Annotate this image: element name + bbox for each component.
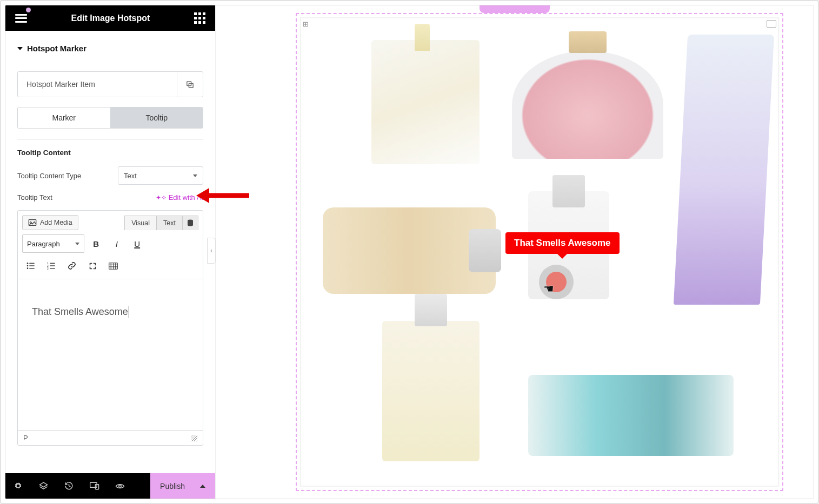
caret-down-icon xyxy=(193,174,197,177)
media-icon xyxy=(28,219,37,226)
accordion-title: Hotspot Marker xyxy=(27,44,86,53)
italic-button[interactable]: I xyxy=(108,235,125,252)
duplicate-button[interactable] xyxy=(177,71,203,97)
chevron-up-icon xyxy=(200,485,205,488)
history-icon xyxy=(64,481,74,490)
link-button[interactable] xyxy=(63,257,81,274)
select-content-type[interactable]: Text xyxy=(118,166,203,185)
responsive-button[interactable] xyxy=(82,473,107,499)
underline-button[interactable]: U xyxy=(129,235,146,252)
publish-label: Publish xyxy=(160,482,185,490)
svg-rect-7 xyxy=(29,265,34,266)
svg-rect-5 xyxy=(29,263,34,264)
select-value: Text xyxy=(124,172,137,180)
history-button[interactable] xyxy=(56,473,82,499)
section-outline: ⊞ That Smells Awesome ☚ xyxy=(296,13,783,491)
svg-rect-11 xyxy=(50,263,55,264)
caret-down-icon xyxy=(75,243,79,245)
bullet-list-button[interactable] xyxy=(22,257,39,274)
add-media-button[interactable]: Add Media xyxy=(22,215,78,230)
menu-icon[interactable] xyxy=(15,14,27,23)
editor-tab-text[interactable]: Text xyxy=(156,216,183,230)
add-media-label: Add Media xyxy=(40,219,72,226)
item-label: Hotspot Marker Item xyxy=(18,80,177,89)
copy-icon xyxy=(185,80,195,89)
fullscreen-button[interactable] xyxy=(84,257,101,274)
editor-tab-visual[interactable]: Visual xyxy=(124,216,157,230)
svg-rect-13 xyxy=(50,265,55,266)
preview-button[interactable] xyxy=(107,473,132,499)
link-icon xyxy=(68,261,76,270)
editor-text: That Smells Awesome xyxy=(32,306,128,317)
numbered-list-button[interactable]: 123 xyxy=(43,257,60,274)
panel-title: Edit Image Hotspot xyxy=(71,14,150,23)
panel-footer: Publish xyxy=(5,473,215,499)
tab-tooltip[interactable]: Tooltip xyxy=(110,107,204,129)
bullet-list-icon xyxy=(26,262,35,270)
section-tooltip-content: Tooltip Content xyxy=(17,149,203,157)
database-icon xyxy=(187,219,194,227)
hotspot-marker-item[interactable]: Hotspot Marker Item xyxy=(17,71,203,97)
numbered-list-icon: 123 xyxy=(47,262,56,270)
widget-outline: ⊞ That Smells Awesome ☚ xyxy=(300,17,779,487)
svg-point-4 xyxy=(27,263,29,264)
resize-grip[interactable] xyxy=(191,435,197,441)
marker-tooltip-tabs: Marker Tooltip xyxy=(17,107,203,129)
rich-text-editor: Add Media Visual Text Paragraph B I U xyxy=(17,210,203,446)
gear-icon xyxy=(14,481,23,490)
pointer-cursor-icon: ☚ xyxy=(543,282,554,296)
hotspot-tooltip: That Smells Awesome xyxy=(505,232,620,254)
publish-button[interactable]: Publish xyxy=(150,473,215,499)
settings-button[interactable] xyxy=(5,473,31,499)
sparkle-icon: ✦✧ xyxy=(156,194,167,201)
keyboard-icon xyxy=(109,263,118,270)
section-add-handle[interactable] xyxy=(480,5,550,13)
caret-down-icon xyxy=(17,47,23,50)
label-content-type: Tooltip Content Type xyxy=(17,172,81,180)
side-panel: Edit Image Hotspot Hotspot Marker Hotspo… xyxy=(5,5,216,499)
eye-icon xyxy=(115,482,125,490)
editor-tab-dynamic[interactable] xyxy=(182,216,198,230)
label-tooltip-text: Tooltip Text xyxy=(17,193,52,201)
svg-rect-9 xyxy=(29,268,34,268)
toolbar-toggle-button[interactable] xyxy=(104,257,122,274)
svg-rect-23 xyxy=(90,482,96,487)
bold-button[interactable]: B xyxy=(88,235,105,252)
format-select[interactable]: Paragraph xyxy=(22,234,84,253)
svg-marker-22 xyxy=(39,482,47,487)
tab-marker[interactable]: Marker xyxy=(17,107,110,129)
svg-point-6 xyxy=(27,265,29,267)
editor-content-area[interactable]: That Smells Awesome xyxy=(18,279,203,430)
svg-rect-15 xyxy=(50,268,55,268)
panel-header: Edit Image Hotspot xyxy=(5,5,215,31)
collapse-panel-button[interactable]: ‹ xyxy=(207,238,216,264)
format-value: Paragraph xyxy=(27,240,60,248)
layers-icon xyxy=(39,481,48,490)
text-cursor xyxy=(129,306,129,318)
navigator-button[interactable] xyxy=(31,473,56,499)
svg-text:3: 3 xyxy=(47,267,49,270)
accordion-hotspot-marker[interactable]: Hotspot Marker xyxy=(17,44,203,53)
annotation-arrow xyxy=(196,186,250,205)
svg-point-8 xyxy=(27,267,29,269)
svg-point-25 xyxy=(118,485,121,487)
expand-icon xyxy=(89,262,97,270)
apps-grid-icon[interactable] xyxy=(194,12,205,24)
notification-dot xyxy=(26,8,31,12)
devices-icon xyxy=(90,482,99,490)
editor-status-path: P xyxy=(23,434,28,442)
editor-canvas[interactable]: ⊞ That Smells Awesome ☚ xyxy=(216,5,814,499)
